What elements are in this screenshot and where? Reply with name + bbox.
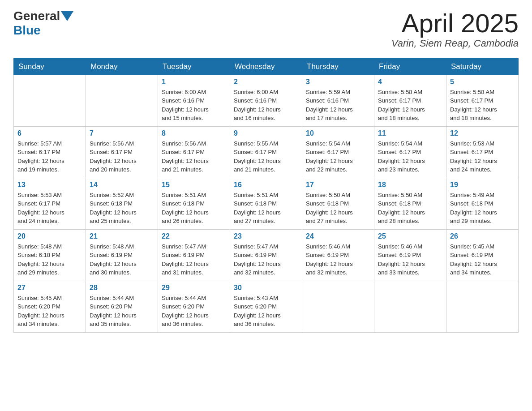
title-block: April 2025 Varin, Siem Reap, Cambodia xyxy=(391,9,519,49)
calendar-cell: 29Sunrise: 5:44 AM Sunset: 6:20 PM Dayli… xyxy=(158,281,230,332)
location-label: Varin, Siem Reap, Cambodia xyxy=(391,38,519,49)
day-info: Sunrise: 5:45 AM Sunset: 6:19 PM Dayligh… xyxy=(450,242,515,277)
day-number: 24 xyxy=(306,232,370,240)
calendar-cell: 19Sunrise: 5:49 AM Sunset: 6:18 PM Dayli… xyxy=(446,178,519,229)
day-number: 29 xyxy=(162,284,226,292)
day-header-monday: Monday xyxy=(86,58,158,75)
day-info: Sunrise: 5:54 AM Sunset: 6:17 PM Dayligh… xyxy=(378,139,442,174)
month-title: April 2025 xyxy=(391,9,519,38)
day-info: Sunrise: 5:55 AM Sunset: 6:17 PM Dayligh… xyxy=(234,139,298,174)
day-info: Sunrise: 5:48 AM Sunset: 6:19 PM Dayligh… xyxy=(90,242,154,277)
calendar-cell xyxy=(14,75,86,126)
calendar-cell: 16Sunrise: 5:51 AM Sunset: 6:18 PM Dayli… xyxy=(230,178,302,229)
day-info: Sunrise: 5:44 AM Sunset: 6:20 PM Dayligh… xyxy=(90,294,154,329)
day-info: Sunrise: 5:51 AM Sunset: 6:18 PM Dayligh… xyxy=(234,191,298,226)
day-number: 8 xyxy=(162,129,226,137)
calendar-cell xyxy=(302,281,374,332)
day-number: 20 xyxy=(17,232,82,240)
calendar-cell: 28Sunrise: 5:44 AM Sunset: 6:20 PM Dayli… xyxy=(86,281,158,332)
day-number: 5 xyxy=(450,78,515,86)
day-info: Sunrise: 5:57 AM Sunset: 6:17 PM Dayligh… xyxy=(17,139,82,174)
week-row-3: 13Sunrise: 5:53 AM Sunset: 6:17 PM Dayli… xyxy=(14,178,519,229)
logo-blue-text: Blue xyxy=(13,23,41,38)
day-number: 9 xyxy=(234,129,298,137)
calendar-cell: 21Sunrise: 5:48 AM Sunset: 6:19 PM Dayli… xyxy=(86,229,158,281)
day-number: 16 xyxy=(234,181,298,189)
day-number: 22 xyxy=(162,232,226,240)
day-number: 25 xyxy=(378,232,442,240)
week-row-1: 1Sunrise: 6:00 AM Sunset: 6:16 PM Daylig… xyxy=(14,75,519,126)
calendar-cell: 3Sunrise: 5:59 AM Sunset: 6:16 PM Daylig… xyxy=(302,75,374,126)
calendar-cell: 10Sunrise: 5:54 AM Sunset: 6:17 PM Dayli… xyxy=(302,126,374,178)
day-info: Sunrise: 5:47 AM Sunset: 6:19 PM Dayligh… xyxy=(234,242,298,277)
logo: General Blue xyxy=(13,9,74,38)
day-info: Sunrise: 5:50 AM Sunset: 6:18 PM Dayligh… xyxy=(378,191,442,226)
day-number: 12 xyxy=(450,129,515,137)
calendar-header-row: SundayMondayTuesdayWednesdayThursdayFrid… xyxy=(14,58,519,75)
day-info: Sunrise: 5:52 AM Sunset: 6:18 PM Dayligh… xyxy=(90,191,154,226)
calendar-cell: 14Sunrise: 5:52 AM Sunset: 6:18 PM Dayli… xyxy=(86,178,158,229)
day-info: Sunrise: 5:59 AM Sunset: 6:16 PM Dayligh… xyxy=(306,88,370,123)
day-number: 28 xyxy=(90,284,154,292)
day-number: 1 xyxy=(162,78,226,86)
day-number: 6 xyxy=(17,129,82,137)
calendar-cell: 13Sunrise: 5:53 AM Sunset: 6:17 PM Dayli… xyxy=(14,178,86,229)
day-number: 21 xyxy=(90,232,154,240)
day-info: Sunrise: 6:00 AM Sunset: 6:16 PM Dayligh… xyxy=(234,88,298,123)
day-number: 11 xyxy=(378,129,442,137)
page-header: General Blue April 2025 Varin, Siem Reap… xyxy=(13,9,519,49)
calendar-cell: 2Sunrise: 6:00 AM Sunset: 6:16 PM Daylig… xyxy=(230,75,302,126)
calendar-cell: 27Sunrise: 5:45 AM Sunset: 6:20 PM Dayli… xyxy=(14,281,86,332)
day-info: Sunrise: 5:43 AM Sunset: 6:20 PM Dayligh… xyxy=(234,294,298,329)
day-info: Sunrise: 5:45 AM Sunset: 6:20 PM Dayligh… xyxy=(17,294,82,329)
day-header-thursday: Thursday xyxy=(302,58,374,75)
day-number: 3 xyxy=(306,78,370,86)
day-info: Sunrise: 5:54 AM Sunset: 6:17 PM Dayligh… xyxy=(306,139,370,174)
day-number: 26 xyxy=(450,232,515,240)
day-number: 10 xyxy=(306,129,370,137)
calendar-cell: 5Sunrise: 5:58 AM Sunset: 6:17 PM Daylig… xyxy=(446,75,519,126)
day-number: 14 xyxy=(90,181,154,189)
day-number: 17 xyxy=(306,181,370,189)
day-info: Sunrise: 5:47 AM Sunset: 6:19 PM Dayligh… xyxy=(162,242,226,277)
logo-general-text: General xyxy=(13,9,60,23)
calendar-cell: 15Sunrise: 5:51 AM Sunset: 6:18 PM Dayli… xyxy=(158,178,230,229)
day-info: Sunrise: 5:44 AM Sunset: 6:20 PM Dayligh… xyxy=(162,294,226,329)
day-info: Sunrise: 5:46 AM Sunset: 6:19 PM Dayligh… xyxy=(306,242,370,277)
calendar-cell: 12Sunrise: 5:53 AM Sunset: 6:17 PM Dayli… xyxy=(446,126,519,178)
day-header-saturday: Saturday xyxy=(446,58,519,75)
calendar-cell: 22Sunrise: 5:47 AM Sunset: 6:19 PM Dayli… xyxy=(158,229,230,281)
day-number: 18 xyxy=(378,181,442,189)
day-number: 15 xyxy=(162,181,226,189)
day-number: 2 xyxy=(234,78,298,86)
day-number: 7 xyxy=(90,129,154,137)
calendar-cell: 23Sunrise: 5:47 AM Sunset: 6:19 PM Dayli… xyxy=(230,229,302,281)
calendar-cell: 25Sunrise: 5:46 AM Sunset: 6:19 PM Dayli… xyxy=(374,229,446,281)
day-header-friday: Friday xyxy=(374,58,446,75)
day-info: Sunrise: 5:56 AM Sunset: 6:17 PM Dayligh… xyxy=(162,139,226,174)
calendar-cell: 4Sunrise: 5:58 AM Sunset: 6:17 PM Daylig… xyxy=(374,75,446,126)
calendar-cell: 17Sunrise: 5:50 AM Sunset: 6:18 PM Dayli… xyxy=(302,178,374,229)
day-info: Sunrise: 5:53 AM Sunset: 6:17 PM Dayligh… xyxy=(17,191,82,226)
calendar-cell: 20Sunrise: 5:48 AM Sunset: 6:18 PM Dayli… xyxy=(14,229,86,281)
day-info: Sunrise: 5:51 AM Sunset: 6:18 PM Dayligh… xyxy=(162,191,226,226)
calendar-cell: 24Sunrise: 5:46 AM Sunset: 6:19 PM Dayli… xyxy=(302,229,374,281)
day-header-wednesday: Wednesday xyxy=(230,58,302,75)
day-info: Sunrise: 5:46 AM Sunset: 6:19 PM Dayligh… xyxy=(378,242,442,277)
calendar-cell: 11Sunrise: 5:54 AM Sunset: 6:17 PM Dayli… xyxy=(374,126,446,178)
calendar-cell: 26Sunrise: 5:45 AM Sunset: 6:19 PM Dayli… xyxy=(446,229,519,281)
calendar-cell: 7Sunrise: 5:56 AM Sunset: 6:17 PM Daylig… xyxy=(86,126,158,178)
calendar-cell xyxy=(86,75,158,126)
day-info: Sunrise: 5:58 AM Sunset: 6:17 PM Dayligh… xyxy=(378,88,442,123)
day-info: Sunrise: 5:50 AM Sunset: 6:18 PM Dayligh… xyxy=(306,191,370,226)
calendar-cell: 18Sunrise: 5:50 AM Sunset: 6:18 PM Dayli… xyxy=(374,178,446,229)
calendar-cell: 1Sunrise: 6:00 AM Sunset: 6:16 PM Daylig… xyxy=(158,75,230,126)
calendar-cell: 9Sunrise: 5:55 AM Sunset: 6:17 PM Daylig… xyxy=(230,126,302,178)
day-info: Sunrise: 5:58 AM Sunset: 6:17 PM Dayligh… xyxy=(450,88,515,123)
day-header-tuesday: Tuesday xyxy=(158,58,230,75)
day-info: Sunrise: 6:00 AM Sunset: 6:16 PM Dayligh… xyxy=(162,88,226,123)
day-header-sunday: Sunday xyxy=(14,58,86,75)
week-row-4: 20Sunrise: 5:48 AM Sunset: 6:18 PM Dayli… xyxy=(14,229,519,281)
calendar-cell xyxy=(446,281,519,332)
day-info: Sunrise: 5:48 AM Sunset: 6:18 PM Dayligh… xyxy=(17,242,82,277)
